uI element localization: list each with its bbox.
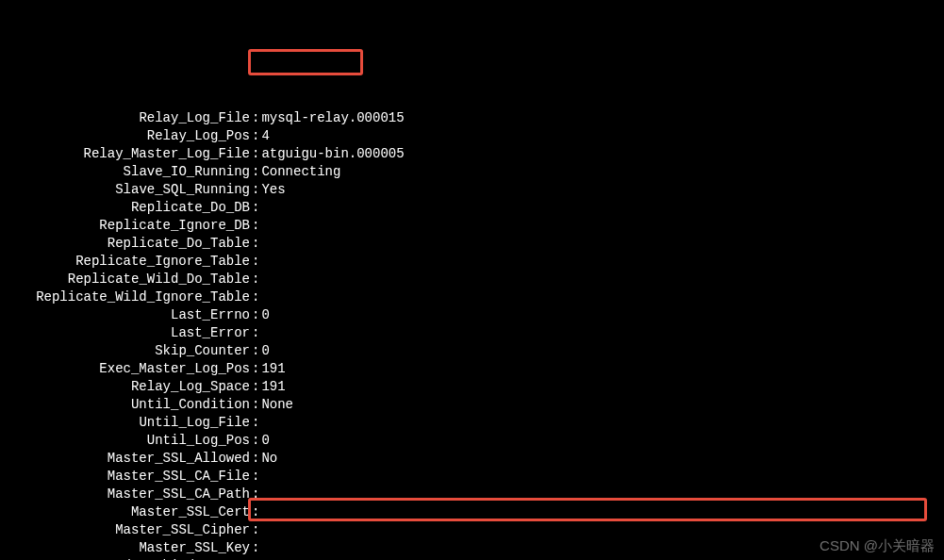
status-row: Until_Log_File: <box>0 414 944 432</box>
field-value <box>261 253 944 271</box>
field-value <box>261 468 944 486</box>
status-row: Relay_Master_Log_File: atguigu-bin.00000… <box>0 145 944 163</box>
status-row: Master_SSL_Cert: <box>0 503 944 521</box>
colon: : <box>250 539 261 557</box>
field-value <box>261 217 944 235</box>
status-row: Until_Condition: None <box>0 396 944 414</box>
field-value: 0 <box>261 342 944 360</box>
field-value: atguigu-bin.000005 <box>261 145 944 163</box>
status-row: Master_SSL_Key: <box>0 539 944 557</box>
status-row: Exec_Master_Log_Pos: 191 <box>0 360 944 378</box>
colon: : <box>250 163 261 181</box>
field-label: Slave_SQL_Running <box>0 181 250 199</box>
field-label: Replicate_Do_Table <box>0 235 250 253</box>
colon: : <box>250 127 261 145</box>
status-row: Slave_IO_Running: Connecting <box>0 163 944 181</box>
colon: : <box>250 521 261 539</box>
status-row: Until_Log_Pos: 0 <box>0 432 944 450</box>
colon: : <box>250 145 261 163</box>
field-value: 4 <box>261 127 944 145</box>
field-value: No <box>261 450 944 468</box>
field-value <box>261 271 944 288</box>
field-label: Replicate_Do_DB <box>0 199 250 217</box>
field-label: Slave_IO_Running <box>0 163 250 181</box>
field-value: mysql-relay.000015 <box>261 109 944 127</box>
field-value: None <box>261 396 944 414</box>
field-label: Master_SSL_Cipher <box>0 521 250 539</box>
field-label: Replicate_Ignore_DB <box>0 217 250 235</box>
colon: : <box>250 306 261 324</box>
field-label: Relay_Log_Pos <box>0 127 250 145</box>
colon: : <box>250 396 261 414</box>
colon: : <box>250 288 261 306</box>
status-row: Replicate_Ignore_Table: <box>0 253 944 271</box>
colon: : <box>250 253 261 271</box>
field-value: 191 <box>261 378 944 396</box>
colon: : <box>250 217 261 235</box>
field-label: Replicate_Wild_Do_Table <box>0 271 250 288</box>
field-label: Master_SSL_Allowed <box>0 450 250 468</box>
field-value: 0 <box>261 306 944 324</box>
field-label: Relay_Master_Log_File <box>0 145 250 163</box>
field-label: Replicate_Wild_Ignore_Table <box>0 288 250 306</box>
status-row: Replicate_Wild_Do_Table: <box>0 271 944 288</box>
field-value <box>261 503 944 521</box>
field-value: Connecting <box>261 163 944 181</box>
field-label: Relay_Log_Space <box>0 378 250 396</box>
colon: : <box>250 181 261 199</box>
colon: : <box>250 324 261 342</box>
field-value <box>261 235 944 253</box>
colon: : <box>250 342 261 360</box>
status-row: Replicate_Ignore_DB: <box>0 217 944 235</box>
colon: : <box>250 378 261 396</box>
field-value <box>261 288 944 306</box>
field-value <box>261 199 944 217</box>
field-value <box>261 414 944 432</box>
status-row: Relay_Log_Space: 191 <box>0 378 944 396</box>
colon: : <box>250 199 261 217</box>
field-label: Master_SSL_Key <box>0 539 250 557</box>
field-label: Skip_Counter <box>0 342 250 360</box>
status-row: Replicate_Do_DB: <box>0 199 944 217</box>
status-row: Replicate_Wild_Ignore_Table: <box>0 288 944 306</box>
field-label: Master_SSL_Cert <box>0 503 250 521</box>
watermark: CSDN @小关暗器 <box>820 536 935 554</box>
status-row: Last_Errno: 0 <box>0 306 944 324</box>
status-row: Last_Error: <box>0 324 944 342</box>
status-row: Relay_Log_Pos: 4 <box>0 127 944 145</box>
colon: : <box>250 468 261 486</box>
colon: : <box>250 235 261 253</box>
field-label: Exec_Master_Log_Pos <box>0 360 250 378</box>
field-label: Master_SSL_CA_Path <box>0 486 250 503</box>
colon: : <box>250 109 261 127</box>
field-value <box>261 486 944 503</box>
status-row: Master_SSL_Cipher: <box>0 521 944 539</box>
colon: : <box>250 486 261 503</box>
status-row: Replicate_Do_Table: <box>0 235 944 253</box>
status-row: Master_SSL_CA_Path: <box>0 486 944 503</box>
field-label: Relay_Log_File <box>0 109 250 127</box>
status-row: Skip_Counter: 0 <box>0 342 944 360</box>
colon: : <box>250 271 261 288</box>
colon: : <box>250 450 261 468</box>
terminal-output: Relay_Log_File: mysql-relay.000015Relay_… <box>0 72 944 560</box>
field-label: Until_Log_Pos <box>0 432 250 450</box>
status-row: Master_SSL_CA_File: <box>0 468 944 486</box>
status-row: Slave_SQL_Running: Yes <box>0 181 944 199</box>
colon: : <box>250 360 261 378</box>
field-value: Yes <box>261 181 944 199</box>
field-value <box>261 324 944 342</box>
colon: : <box>250 503 261 521</box>
colon: : <box>250 414 261 432</box>
field-label: Last_Errno <box>0 306 250 324</box>
field-label: Until_Log_File <box>0 414 250 432</box>
field-label: Replicate_Ignore_Table <box>0 253 250 271</box>
status-row: Relay_Log_File: mysql-relay.000015 <box>0 109 944 127</box>
field-value: 0 <box>261 432 944 450</box>
field-value: 191 <box>261 360 944 378</box>
field-label: Last_Error <box>0 324 250 342</box>
field-label: Master_SSL_CA_File <box>0 468 250 486</box>
field-label: Until_Condition <box>0 396 250 414</box>
status-row: Master_SSL_Allowed: No <box>0 450 944 468</box>
colon: : <box>250 432 261 450</box>
